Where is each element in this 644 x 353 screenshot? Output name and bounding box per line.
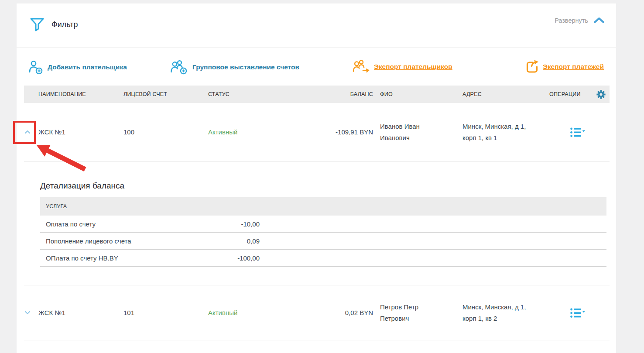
filter-collapse-label: Развернуть [555, 17, 588, 24]
cell-balance: -109,91 BYN [293, 128, 373, 136]
content-card: Фильтр Развернуть [17, 3, 616, 353]
toolbar: Добавить плательщика Груп [17, 48, 616, 86]
operations-menu-button[interactable] [570, 308, 585, 318]
export-payers-link[interactable]: Экспорт плательщиков [353, 59, 452, 74]
filter-panel: Фильтр Развернуть [17, 3, 616, 48]
payer-row[interactable]: ЖСК №1 100 Активный -109,91 BYN Иванов И… [24, 103, 610, 161]
header-account: ЛИЦЕВОЙ СЧЕТ [123, 91, 208, 97]
service-column-header: УСЛУГА [40, 197, 606, 216]
export-payments-label: Экспорт платежей [543, 63, 604, 71]
header-operations-cell: ОПЕРАЦИИ [545, 90, 610, 99]
add-payer-link[interactable]: Добавить плательщика [28, 59, 127, 75]
header-balance: БАЛАНС [293, 91, 373, 97]
status-badge: Активный [208, 128, 237, 136]
header-name: НАИМЕНОВАНИЕ [38, 91, 123, 97]
row-expand-toggle[interactable] [24, 311, 31, 315]
cell-fio: Петров Петр Петрович [380, 302, 441, 324]
service-name: Оплата по счету [46, 220, 185, 228]
filter-title: Фильтр [51, 20, 78, 29]
row-collapse-toggle[interactable] [24, 130, 31, 134]
group-invoicing-link[interactable]: Групповое выставление счетов [170, 59, 299, 75]
cell-name: ЖСК №1 [38, 309, 123, 316]
filter-header: Фильтр [30, 17, 78, 32]
balance-detail-section: Детализация баланса УСЛУГА Оплата по сче… [24, 161, 610, 285]
export-payments-link[interactable]: Экспорт платежей [525, 59, 604, 74]
cell-address: Минск, Минская, д 1, корп 1, кв 2 [462, 302, 534, 324]
cell-account: 100 [123, 128, 208, 136]
service-name: ОПлата по счету HB.BY [46, 254, 185, 262]
group-invoicing-label: Групповое выставление счетов [192, 63, 299, 71]
header-fio: ФИО [373, 91, 462, 97]
service-amount: 0,09 [185, 237, 260, 245]
payers-table: НАИМЕНОВАНИЕ ЛИЦЕВОЙ СЧЕТ СТАТУС БАЛАНС … [24, 86, 610, 340]
header-status: СТАТУС [208, 91, 293, 97]
export-payers-label: Экспорт плательщиков [374, 63, 452, 71]
service-amount: -100,00 [185, 254, 260, 262]
payers-page: Фильтр Развернуть [0, 0, 644, 353]
status-badge: Активный [208, 309, 237, 316]
header-address: АДРЕС [462, 91, 545, 97]
cell-fio: Иванов Иван Иванович [380, 121, 441, 144]
people-arrow-icon [353, 59, 370, 74]
person-plus-icon [28, 59, 44, 75]
people-plus-icon [170, 59, 188, 75]
cell-account: 101 [123, 309, 208, 316]
cell-address: Минск, Минская, д 1, корп 1, кв 1 [462, 121, 534, 144]
service-amount: -10,00 [185, 220, 260, 228]
service-name: Пополнение лицевого счета [46, 237, 185, 245]
funnel-icon [30, 17, 45, 32]
table-header-row: НАИМЕНОВАНИЕ ЛИЦЕВОЙ СЧЕТ СТАТУС БАЛАНС … [24, 86, 610, 103]
payer-row[interactable]: ЖСК №1 101 Активный 0,02 BYN Петров Петр… [24, 285, 610, 340]
chevron-up-icon [593, 17, 605, 24]
box-arrow-out-icon [525, 59, 539, 74]
header-operations-label: ОПЕРАЦИИ [549, 91, 581, 97]
operations-menu-button[interactable] [570, 127, 585, 137]
cell-balance: 0,02 BYN [293, 309, 373, 316]
filter-collapse-button[interactable]: Развернуть [555, 17, 605, 24]
balance-detail-title: Детализация баланса [40, 181, 606, 191]
detail-row: ОПлата по счету HB.BY -100,00 [40, 250, 606, 267]
cell-name: ЖСК №1 [38, 128, 123, 136]
detail-row: Оплата по счету -10,00 [40, 216, 606, 233]
detail-row: Пополнение лицевого счета 0,09 [40, 233, 606, 250]
add-payer-label: Добавить плательщика [48, 63, 127, 71]
gear-icon[interactable] [596, 90, 606, 99]
